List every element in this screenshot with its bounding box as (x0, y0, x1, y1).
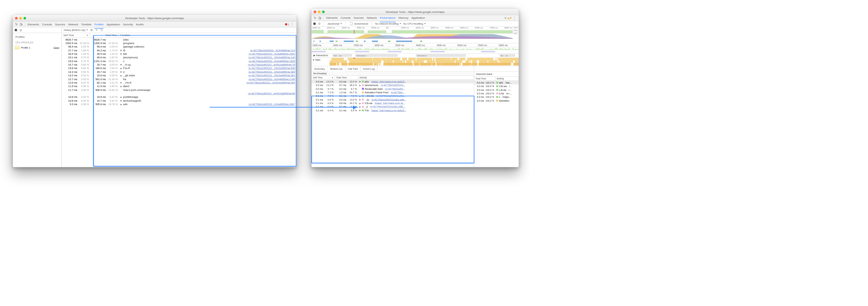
col-activity[interactable]: Activity (358, 76, 474, 80)
table-row[interactable]: 13.2 ms0.52 %15.0 ms0.59 %▶_.gK.indexrs=… (62, 74, 297, 77)
table-row[interactable]: 0.3 ms100.0 %iLGa rs=... (474, 92, 519, 95)
inspect-icon[interactable] (313, 16, 317, 20)
inspect-icon[interactable] (14, 22, 19, 26)
source-link[interactable]: rs=ACT90oGqRZGGxuWo-z8B... (372, 98, 406, 101)
source-link[interactable]: /... (509, 88, 511, 91)
tab-application[interactable]: Application (107, 22, 120, 27)
tab-network[interactable]: Network (367, 15, 377, 20)
col-self-time[interactable]: Self Time▼ (62, 33, 90, 37)
source-link[interactable]: rs=ACT90oGqRZGG...wVKUIgM95Hw:88 (248, 92, 295, 95)
sidebar-item-profile[interactable]: Profile 1 Save (13, 45, 61, 51)
table-row[interactable]: 0.3 ms100.0 %c /maps... (474, 95, 519, 99)
table-row[interactable]: 14.3 ms0.56 %39.7 ms1.55 %▶drs=ACT90oGqR… (62, 70, 297, 74)
table-row[interactable]: 1202.9 ms47.04 %1202.9 ms47.04 %(program… (62, 41, 297, 45)
source-link[interactable]: rs=ACT90oGqRZGG...VKUIgM95Hw:838 (248, 67, 295, 70)
col-total-time[interactable]: Total Time (474, 77, 495, 81)
refresh-icon[interactable] (100, 28, 103, 32)
animation-bar[interactable]: Animation (356, 54, 397, 57)
table-row[interactable]: 0.3 ms100.0 %LJb.Aa /... (474, 88, 519, 92)
tab-elements[interactable]: Elements (27, 22, 39, 27)
table-row[interactable]: 15.8 ms0.62 %180.0 ms7.04 %▶F1e.Rrs=ACT9… (62, 67, 297, 70)
tab-performance[interactable]: Performance (380, 15, 395, 22)
source-link[interactable]: /... (509, 85, 511, 87)
table-row[interactable]: 26.5 ms1.04 %26.5 ms1.04 %▶fwbrs=ACT90oG… (62, 52, 297, 56)
warning-badge[interactable]: 6 (507, 16, 511, 19)
table-row[interactable]: 10.8 ms0.42 %10.8 ms0.42 %▶postMessage (62, 95, 297, 99)
kebab-menu-icon[interactable]: ⋮ (289, 22, 295, 26)
tab-security[interactable]: Security (123, 22, 133, 27)
source-link[interactable]: rs=ACT90oGqRZGG...KUIgM95Hw:1929 (249, 60, 295, 63)
animation-bar[interactable]: An…on (500, 54, 515, 57)
source-link[interactable]: rs=ACT90oGqRZGG...KUIgM95Hw:713 (250, 49, 295, 52)
cpu-throttle-selector[interactable]: No CPU throttling▼ (403, 22, 426, 25)
source-link[interactable]: rs=ACT90oGqRZGGx... (381, 84, 405, 86)
zoom-icon[interactable] (24, 17, 26, 19)
tab-memory[interactable]: Memory (399, 15, 409, 20)
source-link[interactable]: /maps... (502, 96, 511, 98)
network-throttle-selector[interactable]: No network throttling▼ (375, 22, 401, 25)
col-self-time[interactable]: Self Time▼ (311, 76, 335, 80)
overview-timeline[interactable]: 1000 ms2000 ms3000 ms4000 ms5000 ms60100… (311, 26, 519, 43)
source-link[interactable]: rs=ACT90oGqRZ... (385, 87, 405, 90)
source-link[interactable]: rs=ACT90oGqRZGG...VKUIgM95Hw:126 (248, 56, 295, 59)
table-row[interactable]: 0.3 ms100.0 %VJb.wa /... (474, 84, 519, 88)
col-activity[interactable]: Activity (495, 77, 519, 81)
col-total-time[interactable]: Total Time (90, 33, 119, 37)
tab-console[interactable]: Console (42, 22, 52, 27)
close-icon[interactable] (314, 10, 316, 13)
screenshots-checkbox[interactable]: Screenshots (349, 22, 368, 26)
tab-timeline[interactable]: Timeline (81, 22, 92, 27)
col-function[interactable]: Function (119, 33, 296, 37)
table-row[interactable]: 10.8 ms0.42 %10.7 ms0.42 %▶texSubImage2D (62, 99, 297, 102)
save-link[interactable]: Save (53, 46, 59, 49)
tab-sources[interactable]: Sources (55, 22, 65, 27)
source-link[interactable]: rs=ACT90oGqRZGG...KUIgM95Hw:1807 (249, 103, 295, 106)
focus-icon[interactable] (90, 28, 93, 32)
source-link[interactable]: rs=ACT90oGqRZGGxuWo... (376, 95, 406, 97)
table-row[interactable]: 0.1 ms6.8 %0.3 ms13.6 %▶_.zp rs=ACT90oGq… (311, 98, 474, 101)
source-link[interactable]: rs=ACT90oGqRZGG...KUIgM95Hw:1799 (249, 78, 295, 81)
tab-application[interactable]: Application (411, 15, 425, 20)
source-link[interactable]: rs=ACT90oGqRZGG...wVKUIgM95Hw:78 (248, 63, 295, 66)
overflow-icon[interactable]: » (503, 16, 507, 20)
table-row[interactable]: 0.3 ms100.0 %aKb /ma... (474, 81, 519, 84)
clear-icon[interactable]: ⊘ (318, 22, 320, 25)
source-link[interactable]: rs=ACT90oGqRZGG...wVKUIgM95Hw:593 (247, 81, 295, 84)
table-row[interactable]: 19.1 ms0.75 %46.6 ms1.82 %(anonymous)rs=… (62, 56, 297, 59)
minimize-icon[interactable] (19, 17, 22, 19)
table-row[interactable]: 16.7 ms0.65 %16.7 ms0.65 %▶_.H.ogrs=ACT9… (62, 63, 297, 66)
table-row[interactable]: 0.3 ms13.9 %0.3 ms13.9 %▶aKb /maps/_/js/… (311, 80, 474, 83)
source-link[interactable]: rs=... (506, 92, 511, 95)
record-icon[interactable] (313, 22, 316, 25)
source-link[interactable]: rs=ACT90o... (391, 91, 404, 94)
grouping-selector[interactable]: No Grouping (311, 72, 474, 76)
table-row[interactable]: 0.1 ms7.0 %0.1 ms7.0 %▶_.CG.Da rs=ACT90o… (311, 94, 474, 97)
table-row[interactable]: 11.7 ms0.46 %506.9 ms19.82 %Oda.b.port1.… (62, 88, 297, 92)
table-row[interactable]: 12.0 ms0.47 %82.1 ms3.21 %▶_.rYe.Rrs=ACT… (62, 81, 297, 84)
record-icon[interactable] (15, 29, 17, 31)
device-icon[interactable] (317, 16, 322, 20)
source-link[interactable]: rs=ACT90oGqRZGG...VKUIgM95Hw:389 (248, 70, 295, 74)
source-link[interactable]: /maps/_/js/k=maps.m.en.ye... (375, 102, 405, 104)
source-link[interactable]: /maps/_/js/k=maps.m.en.yeALR... (371, 109, 406, 111)
interactions-row[interactable]: ▶ Interactions Ani…ionAnimationAnimation… (311, 53, 519, 58)
minimize-icon[interactable] (318, 10, 320, 13)
tab-console[interactable]: Console (341, 15, 351, 20)
close-icon[interactable] (15, 17, 17, 19)
source-link[interactable]: rs=ACT90oGqRZGGxuWo-z8BL... (370, 105, 406, 108)
table-row[interactable]: 58.4 ms2.29 %58.4 ms2.29 %(garbage colle… (62, 45, 297, 48)
error-badge[interactable]: 1 (285, 23, 289, 26)
tab-bottom-up[interactable]: Bottom-Up (328, 66, 345, 72)
table-row[interactable]: 0.1 ms7.3 %1.2 ms64.7 %Animation Frame F… (311, 91, 474, 94)
table-row[interactable]: 0.2 ms8.7 %0.2 ms8.7 %Recalculate Style … (311, 87, 474, 91)
table-row[interactable]: rs=ACT90oGqRZGG...wVKUIgM95Hw:88 (62, 92, 297, 95)
clear-icon[interactable]: ⊘ (19, 28, 22, 32)
table-row[interactable]: 0.3 ms100.0 %Animation (474, 99, 519, 102)
detail-ruler[interactable]: 1500 ms2000 ms2500 ms3000 ms3500 ms4000 … (311, 43, 519, 47)
tab-summary[interactable]: Summary (311, 66, 328, 71)
tab-audits[interactable]: Audits (136, 22, 144, 27)
close-icon[interactable]: ✕ (95, 28, 98, 32)
table-row[interactable]: 0.2 ms13.2 %0.7 ms38.4 %▶(anonymous) rs=… (311, 83, 474, 87)
source-link[interactable]: rs=ACT90oGqRZGG...KUIgM95Hw:1661 (249, 52, 295, 56)
source-link[interactable]: rs=ACT90oGqRZGG...VKUIgM95Hw:381 (248, 74, 295, 77)
